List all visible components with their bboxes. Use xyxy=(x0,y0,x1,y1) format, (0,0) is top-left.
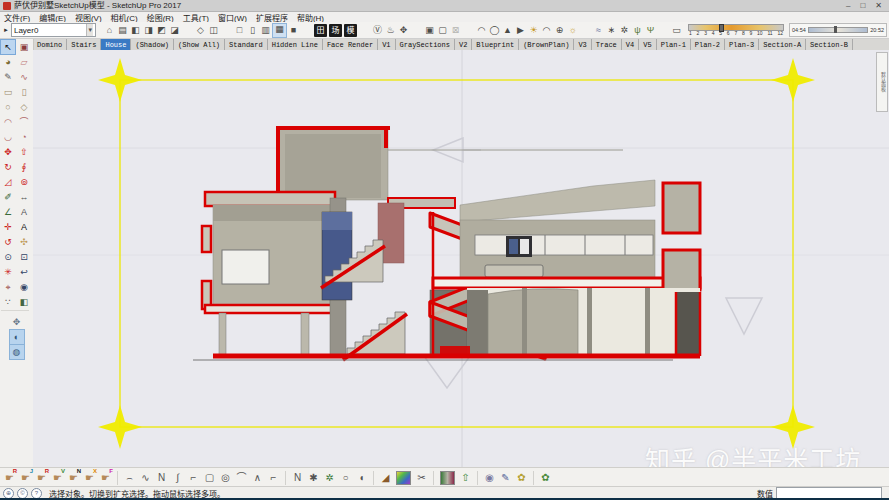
plugin-hand-n-icon[interactable]: ☛N xyxy=(66,470,81,485)
position-camera-tool[interactable]: ⌖ xyxy=(1,280,15,294)
thumbs-up-icon[interactable]: ⇧ xyxy=(458,470,473,485)
menu-camera[interactable]: 相机(C) xyxy=(111,12,138,23)
cleanup-broom-icon[interactable]: ◢ xyxy=(378,470,393,485)
freehand-tool[interactable]: ∿ xyxy=(17,70,31,84)
shadow-time-thumb[interactable] xyxy=(834,26,837,33)
style-backedges-icon[interactable]: ◫ xyxy=(207,24,220,37)
plugin-hand-v-icon[interactable]: ☛V xyxy=(50,470,65,485)
previous-view-tool[interactable]: ↩ xyxy=(17,265,31,279)
plugin-chang-button[interactable]: 场 xyxy=(329,24,342,37)
scene-tab-sectionb[interactable]: Section-B xyxy=(806,39,853,50)
scene-tab-sectiona[interactable]: Section-A xyxy=(759,39,806,50)
make-component-tool[interactable]: ▣ xyxy=(17,40,31,54)
scene-tab-facerender[interactable]: Face Render xyxy=(323,39,378,50)
rotate-tool[interactable]: ↻ xyxy=(1,160,15,174)
plugin-hand-x-icon[interactable]: ☛X xyxy=(82,470,97,485)
minimize-button[interactable]: – xyxy=(846,1,850,11)
scene-tab-v3[interactable]: V3 xyxy=(574,39,591,50)
flashlight-icon[interactable]: ▶ xyxy=(514,24,527,37)
3d-text-tool[interactable]: A xyxy=(17,220,31,234)
scene-tab-v4[interactable]: V4 xyxy=(622,39,639,50)
menu-file[interactable]: 文件(F) xyxy=(4,12,30,23)
gears-icon[interactable]: ✲ xyxy=(618,24,631,37)
axes-tool[interactable]: ✛ xyxy=(1,220,15,234)
shadow-time-track[interactable] xyxy=(808,27,868,33)
plugin-hand-f-icon[interactable]: ☛F xyxy=(98,470,113,485)
plugin-section-b-tool[interactable]: ◍ xyxy=(10,345,24,359)
scene-tab-standard[interactable]: Standard xyxy=(225,39,268,50)
plugin-hand-j-icon[interactable]: ☛J xyxy=(18,470,33,485)
rotated-rectangle-tool[interactable]: ▯ xyxy=(17,85,31,99)
menu-draw[interactable]: 绘图(R) xyxy=(147,12,174,23)
push-pull-tool[interactable]: ⇧ xyxy=(17,145,31,159)
move-tool[interactable]: ✥ xyxy=(1,145,15,159)
shadow-time-slider[interactable]: 04:54 20:52 xyxy=(789,23,887,37)
plugin-tian-button[interactable]: 田 xyxy=(314,24,327,37)
scene-tab-brownplan[interactable]: (BrownPlan) xyxy=(519,39,574,50)
building-geometry[interactable] xyxy=(193,128,700,360)
polygon-tool[interactable]: ◇ xyxy=(17,100,31,114)
hook-curve-icon[interactable]: ⌐ xyxy=(266,470,281,485)
scene-tab-domino[interactable]: Domino xyxy=(33,39,67,50)
plugin-mo-button[interactable]: 模 xyxy=(344,24,357,37)
combo-dropdown-icon[interactable]: ▾ xyxy=(86,24,93,36)
shadow-date-track[interactable] xyxy=(688,24,784,31)
select-tool[interactable]: ↖ xyxy=(1,40,15,54)
scene-tab-v2[interactable]: V2 xyxy=(455,39,472,50)
globe-icon[interactable]: ⊕ xyxy=(553,24,566,37)
eraser-tool[interactable]: ▱ xyxy=(17,55,31,69)
menu-edit[interactable]: 编辑(E) xyxy=(39,12,66,23)
views-top-icon[interactable]: ▤ xyxy=(116,24,129,37)
oval-icon[interactable]: ○ xyxy=(338,470,353,485)
look-around-tool[interactable]: ◉ xyxy=(17,280,31,294)
panel-window-icon[interactable]: ▣ xyxy=(423,24,436,37)
line-tool[interactable]: ✎ xyxy=(1,70,15,84)
scene-tab-trace[interactable]: Trace xyxy=(592,39,622,50)
zoom-extents-tool[interactable]: ✳ xyxy=(1,265,15,279)
scene-tab-plan2[interactable]: Plan-2 xyxy=(691,39,725,50)
circle-center-icon[interactable]: ◎ xyxy=(218,470,233,485)
peak-curve-icon[interactable]: ∧ xyxy=(250,470,265,485)
grass-shaded-icon[interactable]: Ψ xyxy=(644,24,657,37)
render-hand-icon[interactable]: ✥ xyxy=(397,24,410,37)
offset-tool[interactable]: ⊚ xyxy=(17,175,31,189)
plugin-section-a-tool[interactable]: ◐ xyxy=(10,330,24,344)
rounded-rect-icon[interactable]: ▢ xyxy=(202,470,217,485)
text-tool[interactable]: A xyxy=(17,205,31,219)
leaf-icon[interactable]: ✿ xyxy=(514,470,529,485)
sun-bright-icon[interactable]: ☼ xyxy=(566,24,579,37)
style-shaded-icon[interactable]: ▥ xyxy=(259,24,272,37)
wrench-icon[interactable]: ✲ xyxy=(322,470,337,485)
maximize-button[interactable]: □ xyxy=(860,1,865,11)
style-xray-icon[interactable]: ◇ xyxy=(194,24,207,37)
follow-me-tool[interactable]: ∮ xyxy=(17,160,31,174)
walk-tool[interactable]: ∵ xyxy=(1,295,15,309)
dimension-tool[interactable]: ↔ xyxy=(17,190,31,204)
scene-tab-hiddenline[interactable]: Hidden Line xyxy=(268,39,323,50)
default-tray-tab[interactable]: 默认面板 xyxy=(876,52,888,112)
menu-extensions[interactable]: 扩展程序 xyxy=(256,12,288,23)
half-ellipse-icon[interactable]: ◖ xyxy=(354,470,369,485)
dome-icon[interactable]: ◠ xyxy=(540,24,553,37)
two-point-arc-tool[interactable]: ⌒ xyxy=(17,115,31,129)
views-iso-icon[interactable]: ⌂ xyxy=(103,24,116,37)
layer-combo[interactable]: Layer0 ▾ xyxy=(11,23,96,37)
gradient-icon[interactable] xyxy=(440,471,455,485)
grass-icon[interactable]: ψ xyxy=(631,24,644,37)
scissors-icon[interactable]: ✂ xyxy=(414,470,429,485)
model-viewport[interactable]: 默认面板 知乎 @半平米工坊 xyxy=(33,50,889,468)
bezier-arc-icon[interactable]: ⌢ xyxy=(122,470,137,485)
scene-tab-showall[interactable]: (Show All) xyxy=(174,39,225,50)
shadow-date-thumb[interactable] xyxy=(719,24,724,32)
shadow-hat-icon[interactable]: ◠ xyxy=(475,24,488,37)
views-front-icon[interactable]: ◧ xyxy=(129,24,142,37)
leaf2-icon[interactable]: ✿ xyxy=(538,470,553,485)
rectangle-tool[interactable]: ▭ xyxy=(1,85,15,99)
style-wireframe-icon[interactable]: □ xyxy=(233,24,246,37)
three-point-arc-tool[interactable]: ◡ xyxy=(1,130,15,144)
lock-icon[interactable]: ⊠ xyxy=(449,24,462,37)
arc-segment-icon[interactable]: ⌒ xyxy=(234,470,249,485)
views-right-icon[interactable]: ◨ xyxy=(142,24,155,37)
close-button[interactable]: ✕ xyxy=(875,1,882,11)
scene-tab-plan1[interactable]: Plan-1 xyxy=(657,39,691,50)
